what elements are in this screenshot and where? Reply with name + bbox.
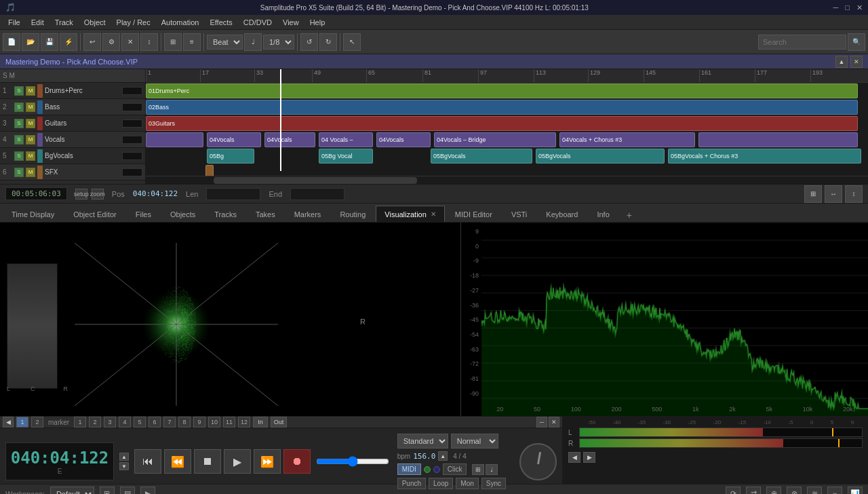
ws-icon-3[interactable]: ▶ <box>140 487 155 495</box>
mute-btn-5[interactable]: M <box>26 151 35 161</box>
redo-btn[interactable]: ⚙ <box>102 33 120 51</box>
menu-file[interactable]: File <box>3 17 26 28</box>
mute-btn-4[interactable]: M <box>26 135 35 145</box>
loop-btn[interactable]: Loop <box>429 478 453 489</box>
zoom-in-btn[interactable]: ↕ <box>845 185 863 203</box>
tab-routing[interactable]: Routing <box>331 206 374 222</box>
tp-close-btn[interactable]: ✕ <box>549 417 559 428</box>
mute-btn-2[interactable]: M <box>26 102 35 112</box>
clip-bass-main[interactable]: 02Bass <box>146 100 858 115</box>
clip-vocals-4[interactable]: 04 Vocals – <box>319 132 373 147</box>
save-btn[interactable]: 💾 <box>41 33 58 51</box>
bpm-up[interactable]: ▲ <box>438 451 448 461</box>
ws-icon-2[interactable]: ▤ <box>120 487 135 495</box>
mute-btn-6[interactable]: M <box>26 168 35 177</box>
search-icon[interactable]: 🔍 <box>848 33 865 51</box>
mon-btn[interactable]: Mon <box>456 478 478 489</box>
marker-num-1[interactable]: 1 <box>16 417 28 428</box>
tab-takes[interactable]: Takes <box>247 206 284 222</box>
zoom-fit-btn[interactable]: ⊞ <box>804 185 822 203</box>
ws-tool-1[interactable]: ⟳ <box>726 487 741 495</box>
loc-11[interactable]: 11 <box>223 417 235 428</box>
tab-time-display[interactable]: Time Display <box>3 206 63 222</box>
transport-fast-fwd[interactable]: ⏩ <box>254 449 281 474</box>
loc-3[interactable]: 3 <box>104 417 116 428</box>
tab-objects[interactable]: Objects <box>161 206 204 222</box>
beat-select[interactable]: Beat <box>207 35 243 50</box>
panel-close-btn[interactable]: ✕ <box>850 56 863 68</box>
loc-5[interactable]: 5 <box>134 417 146 428</box>
tab-keyboard[interactable]: Keyboard <box>537 206 587 222</box>
clip-vocals-2[interactable]: 04Vocals <box>207 132 261 147</box>
ws-tool-7[interactable]: 📊 <box>848 487 863 495</box>
menu-track[interactable]: Track <box>50 17 79 28</box>
open-btn[interactable]: 📂 <box>22 33 39 51</box>
loc-6[interactable]: 6 <box>149 417 161 428</box>
clip-vocals-7[interactable]: 04Vocals + Chorus #3 <box>559 132 695 147</box>
len-input[interactable] <box>206 188 260 200</box>
tab-files[interactable]: Files <box>127 206 160 222</box>
solo-btn-4[interactable]: S <box>14 135 24 145</box>
mute-btn-3[interactable]: M <box>26 119 35 128</box>
time-up-btn[interactable]: ▲ <box>119 453 129 461</box>
time-down-btn[interactable]: ▼ <box>119 462 129 470</box>
meter-nav-back[interactable]: ◀ <box>568 452 580 463</box>
loc-8[interactable]: 8 <box>178 417 191 428</box>
click-btn[interactable]: Click <box>443 463 467 475</box>
loc-10[interactable]: 10 <box>208 417 220 428</box>
menu-edit[interactable]: Edit <box>26 17 50 28</box>
tab-vsti[interactable]: VSTi <box>502 206 536 222</box>
scroll-thumb[interactable] <box>214 177 417 184</box>
undo-btn[interactable]: ↩ <box>83 33 101 51</box>
clip-bg-1[interactable]: 05Bg <box>207 149 254 164</box>
mode-select[interactable]: Standard <box>397 434 448 449</box>
clip-bg-4[interactable]: 05BgVocals <box>536 149 665 164</box>
zoom-btn[interactable]: zoom <box>92 189 104 200</box>
menu-effects[interactable]: Effects <box>204 17 237 28</box>
maximize-btn[interactable]: □ <box>845 3 850 12</box>
mute-btn-1[interactable]: M <box>26 86 35 96</box>
transport-rewind-start[interactable]: ⏮ <box>134 449 161 474</box>
tab-info[interactable]: Info <box>588 206 618 222</box>
solo-btn-5[interactable]: S <box>14 151 24 161</box>
scrub-slider[interactable] <box>316 457 389 466</box>
tb-mode-btn[interactable]: ↕ <box>140 33 158 51</box>
ws-tool-2[interactable]: ⇄ <box>746 487 761 495</box>
ws-tool-3[interactable]: ⊕ <box>766 487 781 495</box>
timeline[interactable]: 1 17 33 49 65 81 97 113 129 145 161 177 … <box>146 69 868 184</box>
delete-btn[interactable]: ✕ <box>121 33 139 51</box>
search-input[interactable] <box>758 35 846 50</box>
panel-min-btn[interactable]: ▲ <box>835 56 848 68</box>
tab-visualization[interactable]: Visualization ✕ <box>376 206 445 222</box>
punch-btn[interactable]: Punch <box>397 478 426 489</box>
undo-tb[interactable]: ↺ <box>300 33 318 51</box>
clip-bg-3[interactable]: 05BgVocals <box>431 149 532 164</box>
solo-btn-1[interactable]: S <box>14 86 24 96</box>
setup-btn[interactable]: setup <box>75 189 87 200</box>
new-btn[interactable]: 📄 <box>3 33 20 51</box>
midi-btn[interactable]: MIDI <box>397 463 421 475</box>
loc-1[interactable]: 1 <box>74 417 86 428</box>
clip-vocals-8[interactable] <box>698 132 858 147</box>
marker-num-2[interactable]: 2 <box>31 417 43 428</box>
tab-tracks[interactable]: Tracks <box>205 206 245 222</box>
loc-2[interactable]: 2 <box>89 417 101 428</box>
clip-drums-main[interactable]: 01Drums+Perc <box>146 83 858 98</box>
metronome-btn2[interactable]: ♩ <box>486 464 498 475</box>
loc-4[interactable]: 4 <box>119 417 131 428</box>
tab-object-editor[interactable]: Object Editor <box>64 206 125 222</box>
tb-btn-4[interactable]: ⚡ <box>60 33 77 51</box>
end-input[interactable] <box>290 188 344 200</box>
clip-bg-5[interactable]: 05BgVocals + Chorus #3 <box>668 149 861 164</box>
cursor-btn[interactable]: ↖ <box>343 33 361 51</box>
metronome-btn[interactable]: ♩ <box>244 33 262 51</box>
ws-tool-6[interactable]: ≈ <box>827 487 842 495</box>
master-volume-knob[interactable] <box>519 443 557 480</box>
snap-select[interactable]: 1/8 <box>263 35 294 50</box>
transport-play[interactable]: ▶ <box>224 449 251 474</box>
clip-guitars-main[interactable]: 03Guitars <box>146 116 858 131</box>
menu-view[interactable]: View <box>277 17 304 28</box>
scroll-bar[interactable] <box>146 176 868 184</box>
sync-btn[interactable]: Sync <box>481 478 506 489</box>
menu-help[interactable]: Help <box>304 17 331 28</box>
